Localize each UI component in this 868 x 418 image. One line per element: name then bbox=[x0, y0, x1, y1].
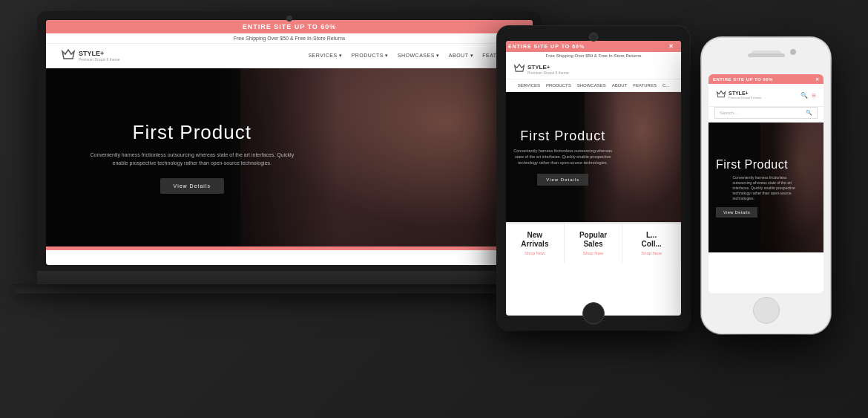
laptop-base bbox=[37, 271, 542, 284]
laptop-screen-outer: ENTIRE SITE UP TO 60% Free Shipping Over… bbox=[37, 11, 542, 271]
laptop-banner: ENTIRE SITE UP TO 60% bbox=[46, 20, 533, 33]
phone-device: ENTIRE SITE UP TO 60% ✕ STYLE+ Premium D… bbox=[701, 37, 831, 334]
laptop-hero-desc: Conveniently harness frictionless outsou… bbox=[88, 151, 296, 167]
tablet-logo-tagline: Premium Drupal 8 theme bbox=[527, 71, 569, 75]
nav-services[interactable]: SERVICES ▾ bbox=[308, 53, 342, 59]
tablet-hero: First Product Conveniently harness frict… bbox=[506, 92, 681, 222]
tablet-website: ENTIRE SITE UP TO 60% ✕ Free Shipping Ov… bbox=[506, 41, 681, 316]
tablet-cat-1-title: NewArrivals bbox=[510, 231, 560, 249]
phone-camera bbox=[790, 49, 796, 55]
tablet-nav: SERVICES PRODUCTS SHOWCASES ABOUT FEATUR… bbox=[506, 79, 681, 92]
laptop-hero-button[interactable]: View Details bbox=[160, 178, 224, 194]
tablet-subbar-text: Free Shipping Over $50 & Free In-Store R… bbox=[545, 53, 641, 58]
laptop-website: ENTIRE SITE UP TO 60% Free Shipping Over… bbox=[46, 20, 533, 265]
logo-icon bbox=[61, 48, 76, 63]
laptop-device: ENTIRE SITE UP TO 60% Free Shipping Over… bbox=[37, 11, 542, 293]
phone-speaker bbox=[748, 53, 785, 57]
tablet-logo-row: STYLE+ Premium Drupal 8 theme bbox=[506, 59, 681, 79]
laptop-screen: ENTIRE SITE UP TO 60% Free Shipping Over… bbox=[46, 20, 533, 265]
tablet-nav-services[interactable]: SERVICES bbox=[518, 83, 540, 88]
tablet-cat-1: NewArrivals Shop Now bbox=[506, 223, 565, 263]
svg-marker-2 bbox=[717, 91, 725, 97]
nav-about[interactable]: ABOUT ▾ bbox=[449, 53, 473, 59]
phone-banner: ENTIRE SITE UP TO 60% ✕ bbox=[708, 74, 823, 84]
tablet-nav-products[interactable]: PRODUCTS bbox=[546, 83, 571, 88]
svg-marker-0 bbox=[62, 50, 74, 59]
phone-logo-area: STYLE+ Premium Drupal 8 theme 🔍 ≡ bbox=[708, 84, 823, 107]
nav-products[interactable]: PRODUCTS ▾ bbox=[352, 53, 389, 59]
laptop-logo-name: STYLE+ bbox=[79, 50, 120, 57]
phone-search-input[interactable]: Search... bbox=[720, 111, 806, 115]
svg-marker-1 bbox=[515, 65, 525, 72]
tablet-device: ENTIRE SITE UP TO 60% ✕ Free Shipping Ov… bbox=[497, 26, 690, 330]
tablet-hero-title: First Product bbox=[520, 128, 605, 144]
tablet-subbar: Free Shipping Over $50 & Free In-Store R… bbox=[506, 52, 681, 59]
tablet-hero-desc: Conveniently harness frictionless outsou… bbox=[513, 148, 612, 166]
laptop-nav-links: SERVICES ▾ PRODUCTS ▾ SHOWCASES ▾ ABOUT … bbox=[308, 53, 518, 59]
phone-website: ENTIRE SITE UP TO 60% ✕ STYLE+ Premium D… bbox=[708, 74, 823, 293]
nav-showcases[interactable]: SHOWCASES ▾ bbox=[398, 53, 440, 59]
tablet-outer: ENTIRE SITE UP TO 60% ✕ Free Shipping Ov… bbox=[497, 26, 690, 330]
tablet-categories: NewArrivals Shop Now PopularSales Shop N… bbox=[506, 222, 681, 263]
tablet-logo: STYLE+ Premium Drupal 8 theme bbox=[513, 63, 569, 75]
phone-logo-icon bbox=[716, 90, 726, 100]
tablet-logo-icon bbox=[513, 63, 525, 75]
tablet-cat-3: L...Coll... Shop Now bbox=[622, 223, 681, 263]
phone-hero-desc: Conveniently harness frictionless outsou… bbox=[733, 175, 800, 201]
tablet-nav-about[interactable]: ABOUT bbox=[612, 83, 628, 88]
laptop-bottom bbox=[12, 284, 567, 293]
tablet-cat-2-link[interactable]: Shop Now bbox=[568, 251, 619, 255]
laptop-banner-text: ENTIRE SITE UP TO 60% bbox=[243, 23, 337, 30]
tablet-hero-button[interactable]: View Details bbox=[537, 174, 588, 186]
tablet-nav-features[interactable]: FEATURES bbox=[633, 83, 657, 88]
phone-hero-content: First Product Conveniently harness frict… bbox=[708, 123, 823, 252]
laptop-hero-content: First Product Conveniently harness frict… bbox=[46, 68, 338, 246]
tablet-cat-1-link[interactable]: Shop Now bbox=[510, 251, 560, 255]
phone-search-bar: Search... 🔍 bbox=[714, 107, 818, 119]
laptop-logo: STYLE+ Premium Drupal 8 theme bbox=[61, 48, 120, 63]
phone-menu-icon[interactable]: ≡ bbox=[812, 91, 816, 99]
phone-close-icon[interactable]: ✕ bbox=[815, 76, 820, 82]
laptop-white-bar bbox=[46, 250, 533, 259]
phone-search-btn[interactable]: 🔍 bbox=[806, 110, 812, 116]
scene: ENTIRE SITE UP TO 60% Free Shipping Over… bbox=[0, 0, 868, 418]
tablet-hero-content: First Product Conveniently harness frict… bbox=[506, 92, 619, 222]
tablet-logo-name: STYLE+ bbox=[527, 64, 569, 71]
laptop-nav: STYLE+ Premium Drupal 8 theme SERVICES ▾… bbox=[46, 44, 533, 68]
tablet-nav-more[interactable]: C... bbox=[662, 83, 669, 88]
tablet-cat-3-title: L...Coll... bbox=[626, 231, 677, 249]
phone-hero: First Product Conveniently harness frict… bbox=[708, 123, 823, 252]
tablet-cat-2: PopularSales Shop Now bbox=[565, 223, 623, 263]
phone-logo: STYLE+ Premium Drupal 8 theme bbox=[716, 90, 761, 100]
phone-hero-button[interactable]: View Details bbox=[716, 207, 757, 218]
tablet-cat-3-link[interactable]: Shop Now bbox=[626, 251, 677, 255]
tablet-screen: ENTIRE SITE UP TO 60% ✕ Free Shipping Ov… bbox=[506, 41, 681, 316]
tablet-cat-2-title: PopularSales bbox=[568, 231, 619, 249]
laptop-hero-title: First Product bbox=[133, 121, 251, 144]
tablet-banner-text: ENTIRE SITE UP TO 60% bbox=[508, 44, 585, 49]
phone-banner-text: ENTIRE SITE UP TO 60% bbox=[713, 77, 773, 82]
phone-logo-tagline: Premium Drupal 8 theme bbox=[729, 96, 761, 99]
tablet-nav-links: SERVICES PRODUCTS SHOWCASES ABOUT FEATUR… bbox=[518, 83, 670, 88]
phone-search-icon[interactable]: 🔍 bbox=[800, 92, 808, 99]
tablet-nav-showcases[interactable]: SHOWCASES bbox=[577, 83, 606, 88]
laptop-subbar-text: Free Shipping Over $50 & Free In-Store R… bbox=[234, 36, 346, 41]
laptop-hero: First Product Conveniently harness frict… bbox=[46, 68, 533, 246]
phone-logo-name: STYLE+ bbox=[729, 91, 761, 96]
laptop-subbar: Free Shipping Over $50 & Free In-Store R… bbox=[46, 33, 533, 44]
tablet-banner: ENTIRE SITE UP TO 60% ✕ bbox=[506, 41, 681, 52]
phone-home-button[interactable] bbox=[753, 297, 780, 324]
laptop-logo-tagline: Premium Drupal 8 theme bbox=[79, 57, 120, 62]
phone-hero-title: First Product bbox=[716, 158, 788, 172]
phone-outer: ENTIRE SITE UP TO 60% ✕ STYLE+ Premium D… bbox=[701, 37, 831, 334]
tablet-close-icon[interactable]: ✕ bbox=[668, 43, 679, 50]
phone-nav-icons: 🔍 ≡ bbox=[800, 91, 816, 99]
phone-screen: ENTIRE SITE UP TO 60% ✕ STYLE+ Premium D… bbox=[708, 74, 823, 293]
